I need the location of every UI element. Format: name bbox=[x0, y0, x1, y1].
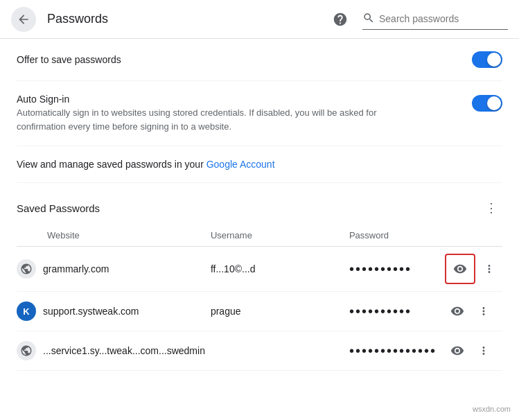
reveal-password-button[interactable] bbox=[445, 299, 470, 324]
offer-save-row: Offer to save passwords bbox=[17, 39, 502, 81]
username-cell: ff...10©...d bbox=[211, 247, 349, 292]
search-icon bbox=[362, 12, 375, 26]
site-name: grammarly.com bbox=[43, 263, 109, 274]
auto-signin-text: Auto Sign-in Automatically sign in to we… bbox=[17, 94, 461, 133]
site-name: ...service1.sy...tweak...com...swedmin bbox=[43, 345, 205, 356]
saved-passwords-header: Saved Passwords ⋮ bbox=[17, 197, 502, 219]
google-account-row: View and manage saved passwords in your … bbox=[17, 146, 502, 183]
back-button[interactable] bbox=[11, 7, 36, 32]
saved-passwords-title: Saved Passwords bbox=[17, 202, 480, 214]
actions-cell bbox=[445, 292, 502, 331]
more-options-button[interactable] bbox=[473, 300, 495, 322]
saved-passwords-section: Saved Passwords ⋮ Website Username Passw… bbox=[17, 183, 502, 371]
username-cell bbox=[211, 331, 349, 371]
offer-save-toggle[interactable] bbox=[472, 51, 502, 68]
site-cell: Ksupport.systweak.com bbox=[17, 292, 211, 331]
page-title: Passwords bbox=[47, 12, 329, 26]
help-button[interactable] bbox=[329, 8, 351, 30]
password-dots: •••••••••• bbox=[349, 261, 412, 277]
actions-cell bbox=[445, 247, 502, 292]
password-dots: •••••••••• bbox=[349, 304, 412, 319]
google-account-link[interactable]: Google Account bbox=[206, 159, 275, 170]
action-buttons bbox=[445, 338, 502, 363]
header-actions bbox=[329, 8, 508, 30]
search-box bbox=[362, 9, 508, 30]
more-options-button[interactable] bbox=[478, 258, 500, 280]
password-cell: •••••••••••••• bbox=[349, 331, 445, 371]
col-password: Password bbox=[349, 225, 445, 247]
header: Passwords bbox=[0, 0, 519, 39]
content-area: Offer to save passwords Auto Sign-in Aut… bbox=[0, 39, 519, 371]
password-cell: •••••••••• bbox=[349, 247, 445, 292]
watermark: wsxdn.com bbox=[470, 403, 513, 414]
site-icon: K bbox=[17, 301, 36, 321]
site-icon bbox=[17, 341, 36, 360]
site-name: support.systweak.com bbox=[43, 306, 139, 317]
table-row: ...service1.sy...tweak...com...swedmin••… bbox=[17, 331, 502, 371]
col-website: Website bbox=[17, 225, 211, 247]
auto-signin-toggle[interactable] bbox=[472, 95, 502, 112]
username-cell: prague bbox=[211, 292, 349, 331]
action-buttons bbox=[445, 254, 502, 284]
saved-passwords-more-button[interactable]: ⋮ bbox=[480, 197, 502, 219]
google-account-text: View and manage saved passwords in your bbox=[17, 159, 206, 170]
table-row: grammarly.comff...10©...d•••••••••• bbox=[17, 247, 502, 292]
table-header-row: Website Username Password bbox=[17, 225, 502, 247]
reveal-password-button[interactable] bbox=[445, 338, 470, 363]
site-cell: grammarly.com bbox=[17, 247, 211, 292]
actions-cell bbox=[445, 331, 502, 371]
auto-signin-row: Auto Sign-in Automatically sign in to we… bbox=[17, 81, 502, 146]
auto-signin-desc: Automatically sign in to websites using … bbox=[17, 106, 405, 133]
table-row: Ksupport.systweak.comprague•••••••••• bbox=[17, 292, 502, 331]
action-buttons bbox=[445, 299, 502, 324]
site-icon bbox=[17, 259, 36, 279]
password-dots: •••••••••••••• bbox=[349, 343, 437, 358]
passwords-table: Website Username Password grammarly.comf… bbox=[17, 225, 502, 371]
col-username: Username bbox=[211, 225, 349, 247]
auto-signin-label: Auto Sign-in bbox=[17, 94, 461, 105]
reveal-password-button[interactable] bbox=[445, 254, 475, 284]
site-cell: ...service1.sy...tweak...com...swedmin bbox=[17, 331, 211, 371]
password-cell: •••••••••• bbox=[349, 292, 445, 331]
search-input[interactable] bbox=[379, 13, 497, 24]
more-options-button[interactable] bbox=[473, 340, 495, 362]
offer-save-label: Offer to save passwords bbox=[17, 54, 461, 65]
